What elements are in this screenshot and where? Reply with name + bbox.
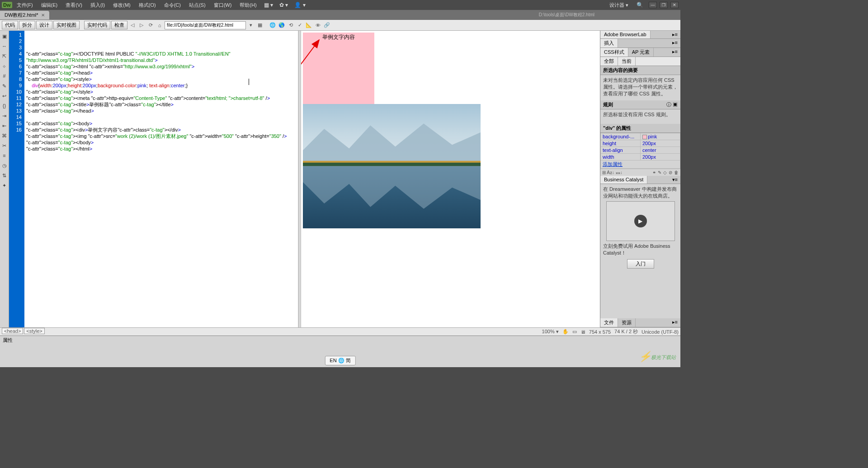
panel-tab-assets[interactable]: 资源 [618,318,636,327]
outdent-icon[interactable]: ⇤ [1,122,8,129]
css-scope-current[interactable]: 当前 [618,57,636,66]
css-scope-all[interactable]: 全部 [600,57,618,66]
link-icon[interactable]: 🔗 [323,21,331,29]
menu-edit[interactable]: 编辑(E) [38,1,61,9]
menu-file[interactable]: 文件(F) [13,1,37,9]
prop-row[interactable]: background-...pink [601,133,680,140]
file-tab-bar: DW教程2.html* ✕ D:\tools\桌面\DW教程2.html [0,10,680,20]
layout-icon[interactable]: ▦ ▾ [261,1,276,9]
selection-tool-icon[interactable]: ▭ [572,329,577,335]
file-tab[interactable]: DW教程2.html* ✕ [0,11,49,19]
refresh-icon[interactable]: ⟳ [146,21,155,29]
prop-row[interactable]: width200px [601,154,680,161]
panel-expand-icon[interactable]: ▸≡ [670,318,680,327]
options-icon[interactable]: ▦ [256,21,264,29]
menu-help[interactable]: 帮助(H) [236,1,260,9]
tag-crumb-head[interactable]: <head> [2,328,23,334]
design-preview[interactable]: 举例文字内容 [301,31,600,327]
panel-expand-icon[interactable]: ▸≡ [670,31,680,38]
word-wrap-icon[interactable]: ↩ [1,92,8,99]
min-button[interactable]: — [649,2,657,8]
preview-image[interactable] [303,104,481,228]
panel-tab-files[interactable]: 文件 [600,318,618,327]
max-button[interactable]: ❐ [660,2,668,8]
panel-tab-css[interactable]: CSS样式 [600,48,628,57]
document-toolbar: 代码 拆分 设计 实时视图 实时代码 检查 ◁ ▷ ⟳ ⌂ ▾ ▦ 🌐 🌎 ⟲ … [0,20,680,31]
collapse-icon[interactable]: ▣ [1,33,8,40]
comment-icon[interactable]: ⌘ [1,132,8,139]
url-dropdown-icon[interactable]: ▾ [247,21,255,29]
move-icon[interactable]: ⇅ [1,172,8,179]
inspect-button[interactable]: 检查 [111,21,127,29]
user-icon[interactable]: 👤 ▾ [292,1,308,9]
new-rule-icon[interactable]: ✎ [658,170,661,175]
extension-icon[interactable]: ✿ ▾ [277,1,291,9]
home-icon[interactable]: ⌂ [156,21,164,29]
az-sort-icon[interactable]: ⊞ Aᴢ↓ ⁎⁎↓ [602,170,623,175]
bc-video-thumbnail[interactable]: ▶ [606,201,675,241]
panel-tab-browserlab[interactable]: Adobe BrowserLab [600,31,651,38]
bc-start-button[interactable]: 入门 [627,259,654,269]
prop-row[interactable]: text-aligncenter [601,147,680,154]
delete-icon[interactable]: 🗑 [674,170,679,175]
design-view-button[interactable]: 设计 [36,21,52,29]
zoom-level[interactable]: 100% ▾ [542,329,559,335]
indent-icon[interactable]: ⇥ [1,112,8,119]
back-icon[interactable]: ◁ [128,21,137,29]
edit-icon[interactable]: ◇ [663,170,667,175]
panel-tab-ap[interactable]: AP 元素 [628,48,654,57]
menu-view[interactable]: 查看(V) [62,1,86,9]
disable-icon[interactable]: ⊘ [669,170,672,175]
menu-window[interactable]: 窗口(W) [210,1,236,9]
balance-icon[interactable]: ⟐ [1,62,8,70]
recent-icon[interactable]: ◷ [1,162,8,169]
panel-expand-icon[interactable]: ▾≡ [670,176,680,184]
panel-expand-icon[interactable]: ▸≡ [670,39,680,47]
encoding-label: Unicode (UTF-8) [642,329,679,335]
hand-tool-icon[interactable]: ✋ [562,329,569,335]
forward-icon[interactable]: ▷ [137,21,146,29]
line-numbers-icon[interactable]: # [1,72,8,80]
format-icon[interactable]: ≡ [1,152,8,159]
select-parent-icon[interactable]: ⇱ [1,52,8,60]
highlight-icon[interactable]: ✎ [1,82,8,90]
wand-icon[interactable]: ✦ [1,182,8,189]
preview-div-box[interactable]: 举例文字内容 [303,33,374,104]
tag-crumb-style[interactable]: <style> [24,328,44,334]
menu-insert[interactable]: 插入(I) [87,1,108,9]
ime-indicator[interactable]: EN 🌐 简 [325,356,355,365]
snippet-icon[interactable]: ✂ [1,142,8,149]
line-gutter: 12345678 910111213141516 [9,31,24,327]
sync-icon[interactable]: ⟲ [287,21,295,29]
menu-commands[interactable]: 命令(C) [160,1,184,9]
live-view-button[interactable]: 实时视图 [53,21,80,29]
live-code-button[interactable]: 实时代码 [84,21,110,29]
menu-format[interactable]: 格式(O) [135,1,160,9]
search-icon[interactable]: 🔍 [634,1,646,9]
url-input[interactable] [165,21,246,29]
code-view-button[interactable]: 代码 [2,21,18,29]
ruler-icon[interactable]: 📐 [305,21,313,29]
workspace-switcher[interactable]: 设计器 ▾ [609,2,628,9]
close-button[interactable]: ✕ [670,2,679,8]
split-view-button[interactable]: 拆分 [19,21,35,29]
menu-site[interactable]: 站点(S) [185,1,209,9]
panel-tab-insert[interactable]: 插入 [600,39,618,47]
close-icon[interactable]: ✕ [41,13,45,18]
menu-modify[interactable]: 修改(M) [109,1,134,9]
syntax-icon[interactable]: {} [1,102,8,109]
device-icon[interactable]: 🖥 [580,329,585,335]
panel-tab-bc[interactable]: Business Catalyst [600,176,647,184]
viewport-size[interactable]: 754 x 575 [589,329,611,335]
code-editor[interactable]: "c-attr">class="c-tag"><!DOCTYPE html PU… [24,31,298,327]
globe-icon[interactable]: 🌐 [269,21,277,29]
add-property-link[interactable]: 添加属性 [603,161,623,167]
info-icon[interactable]: ⓘ ▣ [666,101,678,108]
visual-aids-icon[interactable]: 👁 [314,21,322,29]
validate-icon[interactable]: ✓ [296,21,304,29]
expand-icon[interactable]: ↔ [1,43,8,50]
link-css-icon[interactable]: ⚭ [652,170,656,175]
prop-row[interactable]: height200px [601,140,680,147]
panel-expand-icon[interactable]: ▸≡ [670,48,680,57]
preview-icon[interactable]: 🌎 [278,21,286,29]
